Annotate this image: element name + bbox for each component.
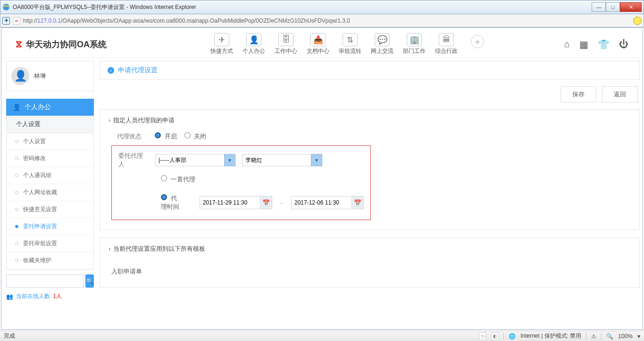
combo-person[interactable]: ▼	[242, 154, 322, 166]
paper-plane-icon: ✈	[214, 33, 229, 46]
nav-personal[interactable]: 👤个人办公	[243, 33, 265, 55]
radio-always[interactable]: 一直代理	[161, 175, 195, 184]
people-icon: 👥	[6, 293, 13, 300]
template-item: 入职申请单	[109, 261, 631, 278]
nav-dept[interactable]: 🏢部门工作	[403, 33, 426, 55]
shirt-icon[interactable]: 👕	[598, 39, 610, 50]
nav-add-button[interactable]: ＋	[471, 35, 484, 48]
radio-time-range[interactable]: 代理时间	[161, 194, 182, 211]
sidebar-item-contacts[interactable]: 个人通讯组	[7, 167, 93, 184]
window-titlebar: OA8000平台版_FPLMYSQL5--委托申请设置 - Windows In…	[0, 0, 644, 14]
sidebar-scroll[interactable]: 个人设置 密码修改 个人通讯组 个人网址收藏 快捷意见设置 委托申请设置 委托审…	[7, 133, 93, 269]
shield-icon[interactable]: ✚	[2, 17, 10, 25]
nav-work[interactable]: 🗄工作中心	[275, 33, 297, 55]
sidebar-section-title[interactable]: 👤 个人办公	[6, 99, 94, 116]
chat-icon: 💬	[375, 33, 390, 46]
globe-icon: 🌐	[509, 333, 516, 340]
brand-text: 华天动力协同OA系统	[26, 39, 107, 50]
inbox-icon: 📥	[310, 33, 326, 46]
delegate-config-box: 委托代理人 ▼ ▼ 一直代理 代理时	[111, 145, 371, 220]
viewport: ⧖ 华天动力协同OA系统 ✈快捷方式 👤个人办公 🗄工作中心 📥文档中心 ⇅审批…	[1, 27, 643, 330]
main-panel: › 申请代理设置 保存 返回 指定人员代理我的申请 代理状态 开启 关闭 委托代…	[100, 61, 641, 328]
panel-header: › 申请代理设置	[100, 61, 640, 80]
row-status: 代理状态 开启 关闭	[117, 132, 631, 141]
sidebar-item-delegate-approval[interactable]: 委托审批设置	[7, 235, 93, 252]
sidebar-search: 🔍	[6, 274, 94, 288]
dot-icon	[15, 191, 18, 194]
protected-mode-icon[interactable]: ⚠	[591, 333, 596, 340]
zoom-icon[interactable]: 🔍	[606, 333, 613, 340]
dot-icon	[15, 225, 18, 228]
close-button[interactable]: ✕	[620, 2, 642, 12]
power-icon[interactable]: ⏻	[619, 39, 628, 50]
user-name: 林琳	[34, 72, 46, 80]
dot-icon	[15, 208, 18, 211]
section-delegate: 指定人员代理我的申请 代理状态 开启 关闭 委托代理人 ▼	[100, 109, 640, 230]
range-separator: -	[281, 199, 283, 206]
avatar: 👤	[11, 67, 29, 85]
sidebar-menu: 个人设置 个人设置 密码修改 个人通讯组 个人网址收藏 快捷意见设置 委托申请设…	[6, 116, 94, 270]
minimize-button[interactable]: —	[592, 2, 606, 12]
date-from-box: 📅	[200, 196, 272, 209]
sidebar-item-favorites[interactable]: 收藏夹维护	[7, 252, 93, 269]
nav-approval[interactable]: ⇅审批流转	[339, 33, 361, 55]
online-users[interactable]: 👥 当前在线人数 1人	[6, 292, 94, 300]
date-to-box: 📅	[291, 196, 364, 209]
label-delegate: 委托代理人	[118, 152, 149, 169]
sidebar-item-bookmarks[interactable]: 个人网址收藏	[7, 184, 93, 201]
briefcase-icon: 🗄	[278, 33, 293, 46]
calendar-icon[interactable]: 📅	[260, 196, 272, 209]
search-button[interactable]: 🔍	[85, 274, 94, 288]
status-done: 完成	[4, 332, 15, 340]
row-always: 一直代理	[161, 175, 364, 184]
smiley-icon[interactable]	[633, 17, 642, 25]
status-zone: Internet | 保护模式: 禁用	[520, 332, 581, 340]
radio-status-on[interactable]: 开启	[155, 132, 177, 141]
calendar-icon[interactable]: 📅	[351, 196, 364, 209]
radio-status-off[interactable]: 关闭	[184, 132, 207, 141]
dot-icon	[15, 242, 18, 245]
section-templates: 当前代理设置应用到以下所有模板 入职申请单	[100, 238, 640, 288]
dot-icon	[15, 174, 18, 177]
nav-chat[interactable]: 💬网上交流	[371, 33, 393, 55]
combo-department[interactable]: ▼	[155, 154, 235, 166]
maximize-button[interactable]: □	[606, 2, 620, 12]
columns-icon: 🏛	[439, 33, 454, 46]
url-text[interactable]: http://127.0.0.1/OAapp/WebObjects/OAapp.…	[23, 17, 350, 24]
status-bar: 完成 ▭ ◐ 🌐 Internet | 保护模式: 禁用 ⚠ 🔍 100% ▾	[0, 331, 644, 341]
dot-icon	[15, 259, 18, 262]
back-button[interactable]: 返回	[602, 86, 638, 102]
popup-blocker-icon[interactable]: ▭	[479, 332, 486, 340]
chevron-down-icon[interactable]: ▼	[224, 154, 235, 166]
nav-shortcut[interactable]: ✈快捷方式	[210, 33, 233, 55]
save-button[interactable]: 保存	[560, 86, 596, 102]
dot-icon	[15, 140, 18, 143]
zoom-dropdown[interactable]: ▾	[637, 333, 640, 340]
panel-title: 申请代理设置	[118, 66, 158, 75]
nav-admin[interactable]: 🏛综合行政	[435, 33, 458, 55]
dept-input[interactable]	[155, 154, 224, 166]
nav-right-icons: ⌂ ▦ 👕 ⏻	[564, 39, 628, 50]
sidebar: 👤 林琳 👤 个人办公 个人设置 个人设置 密码修改 个人通讯组 个人网址收藏 …	[6, 61, 94, 328]
sidebar-item-password[interactable]: 密码修改	[7, 150, 93, 167]
person-icon: 👤	[246, 33, 261, 46]
user-card: 👤 林琳	[6, 61, 94, 91]
date-from-input[interactable]	[200, 196, 260, 209]
date-to-input[interactable]	[291, 196, 351, 209]
home-icon[interactable]: ⌂	[564, 39, 570, 50]
person-input[interactable]	[242, 154, 311, 166]
logo-mark-icon: ⧖	[16, 39, 22, 50]
nav-modules: ✈快捷方式 👤个人办公 🗄工作中心 📥文档中心 ⇅审批流转 💬网上交流 🏢部门工…	[210, 33, 484, 55]
chevron-down-icon[interactable]: ▼	[311, 154, 322, 166]
nav-docs[interactable]: 📥文档中心	[307, 33, 329, 55]
privacy-icon[interactable]: ◐	[491, 332, 499, 340]
dot-icon	[15, 157, 18, 160]
label-status: 代理状态	[117, 132, 147, 141]
sidebar-item-personal-settings[interactable]: 个人设置	[7, 133, 93, 150]
ie-icon	[2, 3, 10, 11]
sidebar-item-delegate-request[interactable]: 委托申请设置	[7, 218, 93, 235]
sidebar-item-quick-opinions[interactable]: 快捷意见设置	[7, 201, 93, 218]
search-input[interactable]	[6, 274, 84, 288]
address-bar: ✚ ∞ http://127.0.0.1/OAapp/WebObjects/OA…	[0, 14, 644, 27]
apps-icon[interactable]: ▦	[579, 39, 588, 50]
